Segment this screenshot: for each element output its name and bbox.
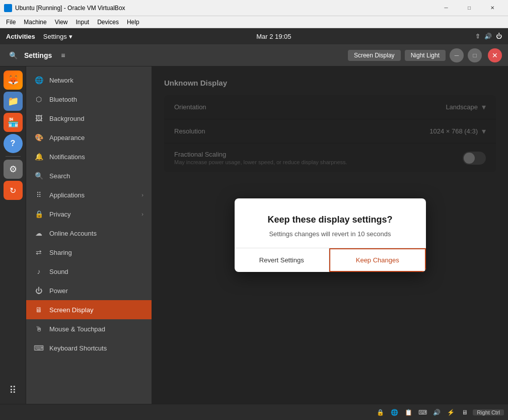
sidebar-item-keyboard-shortcuts[interactable]: ⌨ Keyboard Shortcuts <box>26 338 152 358</box>
taskbar-icon-7[interactable]: 🖥 <box>459 406 471 418</box>
sidebar-label-network: Network <box>49 77 74 84</box>
sidebar-label-privacy: Privacy <box>49 211 71 218</box>
sidebar-item-bluetooth[interactable]: ⬡ Bluetooth <box>26 90 152 109</box>
vbox-maximize-btn[interactable]: □ <box>458 0 481 16</box>
menu-view[interactable]: View <box>51 18 72 27</box>
dock-separator <box>6 156 21 157</box>
taskbar-icon-4[interactable]: ⌨ <box>416 406 428 418</box>
dialog-subtitle: Settings changes will revert in 10 secon… <box>251 230 410 238</box>
sidebar-item-appearance[interactable]: 🎨 Appearance <box>26 128 152 147</box>
sidebar-item-mouse-touchpad[interactable]: 🖱 Mouse & Touchpad <box>26 319 152 338</box>
topbar-settings-menu[interactable]: Settings ▾ <box>43 33 72 40</box>
topbar-settings-label: Settings <box>43 33 67 40</box>
activities-button[interactable]: Activities <box>6 33 35 40</box>
vbox-window-controls: ─ □ ✕ <box>434 0 504 16</box>
screen-display-icon: 🖥 <box>34 305 43 314</box>
sidebar-label-keyboard-shortcuts: Keyboard Shortcuts <box>49 344 107 352</box>
keep-changes-button[interactable]: Keep Changes <box>329 248 426 272</box>
sidebar-label-online-accounts: Online Accounts <box>49 230 97 237</box>
dialog-body: Keep these display settings? Settings ch… <box>235 198 426 248</box>
taskbar-icon-5[interactable]: 🔊 <box>430 406 443 418</box>
sidebar-label-mouse-touchpad: Mouse & Touchpad <box>49 325 105 333</box>
dialog-buttons: Revert Settings Keep Changes <box>235 248 426 272</box>
settings-maximize-btn[interactable]: □ <box>468 48 482 62</box>
background-icon: 🖼 <box>34 114 43 123</box>
sidebar-item-network[interactable]: 🌐 Network <box>26 71 152 90</box>
network-icon: 🌐 <box>34 76 43 85</box>
privacy-chevron: › <box>141 211 143 217</box>
tab-night-light[interactable]: Night Light <box>405 50 446 61</box>
privacy-icon: 🔒 <box>34 209 43 219</box>
dock-icon-files[interactable]: 📁 <box>4 92 23 111</box>
settings-search-button[interactable]: 🔍 <box>6 48 20 62</box>
sidebar-item-online-accounts[interactable]: ☁ Online Accounts <box>26 224 152 243</box>
bluetooth-icon: ⬡ <box>34 95 43 104</box>
sidebar-item-search[interactable]: 🔍 Search <box>26 166 152 185</box>
applications-icon: ⠿ <box>34 190 43 199</box>
dock-icon-updates[interactable]: ↻ <box>4 181 23 200</box>
menu-machine[interactable]: Machine <box>20 18 50 27</box>
topbar-tray: ⇧ 🔊 ⏻ <box>475 33 502 40</box>
settings-close-btn[interactable]: ✕ <box>488 48 502 62</box>
sidebar-item-notifications[interactable]: 🔔 Notifications <box>26 147 152 166</box>
dialog-box: Keep these display settings? Settings ch… <box>235 198 426 272</box>
menu-file[interactable]: File <box>2 18 20 27</box>
applications-chevron: › <box>141 192 143 198</box>
settings-title: Settings <box>24 51 52 59</box>
sidebar-label-bluetooth: Bluetooth <box>49 96 77 103</box>
vbox-app-icon <box>4 4 12 12</box>
settings-hamburger-button[interactable]: ≡ <box>56 48 70 62</box>
tray-screen-icon[interactable]: ⇧ <box>475 33 480 40</box>
sidebar-item-privacy[interactable]: 🔒 Privacy › <box>26 204 152 224</box>
topbar-clock: Mar 2 19:05 <box>72 33 475 40</box>
taskbar-icon-6[interactable]: ⚡ <box>445 406 457 418</box>
taskbar-icon-3[interactable]: 📋 <box>402 406 414 418</box>
taskbar-icon-2[interactable]: 🌐 <box>388 406 400 418</box>
taskbar-right-ctrl: Right Ctrl <box>473 409 504 415</box>
sidebar-item-background[interactable]: 🖼 Background <box>26 109 152 128</box>
tray-volume-icon[interactable]: 🔊 <box>484 33 492 40</box>
settings-window: 🔍 Settings ≡ Screen Display Night Light … <box>0 44 508 404</box>
appearance-icon: 🎨 <box>34 133 43 142</box>
vbox-minimize-btn[interactable]: ─ <box>434 0 458 16</box>
dock-icon-ubuntu-store[interactable]: 🏪 <box>4 113 23 132</box>
gnome-topbar: Activities Settings ▾ Mar 2 19:05 ⇧ 🔊 ⏻ <box>0 28 508 44</box>
search-icon: 🔍 <box>34 171 43 180</box>
notifications-icon: 🔔 <box>34 152 43 161</box>
dialog-title: Keep these display settings? <box>251 215 410 225</box>
dock-icon-grid[interactable]: ⠿ <box>4 381 23 400</box>
sidebar-label-screen-display: Screen Display <box>49 306 93 314</box>
sidebar-label-power: Power <box>49 287 68 295</box>
sidebar-item-sharing[interactable]: ⇄ Sharing <box>26 243 152 262</box>
mouse-touchpad-icon: 🖱 <box>34 324 43 333</box>
dock-icon-firefox[interactable]: 🦊 <box>4 71 23 90</box>
vbox-title: Ubuntu [Running] - Oracle VM VirtualBox <box>15 5 434 12</box>
vbox-close-btn[interactable]: ✕ <box>481 0 504 16</box>
vbox-menubar: File Machine View Input Devices Help <box>0 16 508 28</box>
dock-icon-help[interactable]: ? <box>4 134 23 153</box>
menu-input[interactable]: Input <box>72 18 94 27</box>
gnome-taskbar-bottom: 🔒 🌐 📋 ⌨ 🔊 ⚡ 🖥 Right Ctrl <box>0 404 508 420</box>
sidebar-label-notifications: Notifications <box>49 153 85 161</box>
topbar-settings-arrow: ▾ <box>69 33 72 40</box>
sidebar-item-applications[interactable]: ⠿ Applications › <box>26 185 152 204</box>
sidebar-label-appearance: Appearance <box>49 134 85 142</box>
settings-headerbar: 🔍 Settings ≡ Screen Display Night Light … <box>0 44 508 66</box>
revert-settings-button[interactable]: Revert Settings <box>235 248 329 272</box>
settings-sidebar: 🌐 Network ⬡ Bluetooth 🖼 Background 🎨 App… <box>26 66 152 404</box>
dock-icon-settings[interactable]: ⚙ <box>4 160 23 179</box>
sidebar-label-search: Search <box>49 172 70 180</box>
menu-devices[interactable]: Devices <box>93 18 123 27</box>
settings-minimize-btn[interactable]: ─ <box>450 48 464 62</box>
sidebar-item-screen-display[interactable]: 🖥 Screen Display <box>26 300 152 319</box>
menu-help[interactable]: Help <box>123 18 143 27</box>
sidebar-item-sound[interactable]: ♪ Sound <box>26 262 152 281</box>
vbox-titlebar: Ubuntu [Running] - Oracle VM VirtualBox … <box>0 0 508 16</box>
gnome-dock: 🦊 📁 🏪 ? ⚙ ↻ ⠿ <box>0 66 26 404</box>
sound-icon: ♪ <box>34 267 43 276</box>
tab-screen-display[interactable]: Screen Display <box>348 50 401 61</box>
taskbar-icon-1[interactable]: 🔒 <box>374 406 386 418</box>
sidebar-label-sharing: Sharing <box>49 249 72 256</box>
sidebar-item-power[interactable]: ⏻ Power <box>26 281 152 300</box>
tray-power-icon[interactable]: ⏻ <box>496 33 502 40</box>
